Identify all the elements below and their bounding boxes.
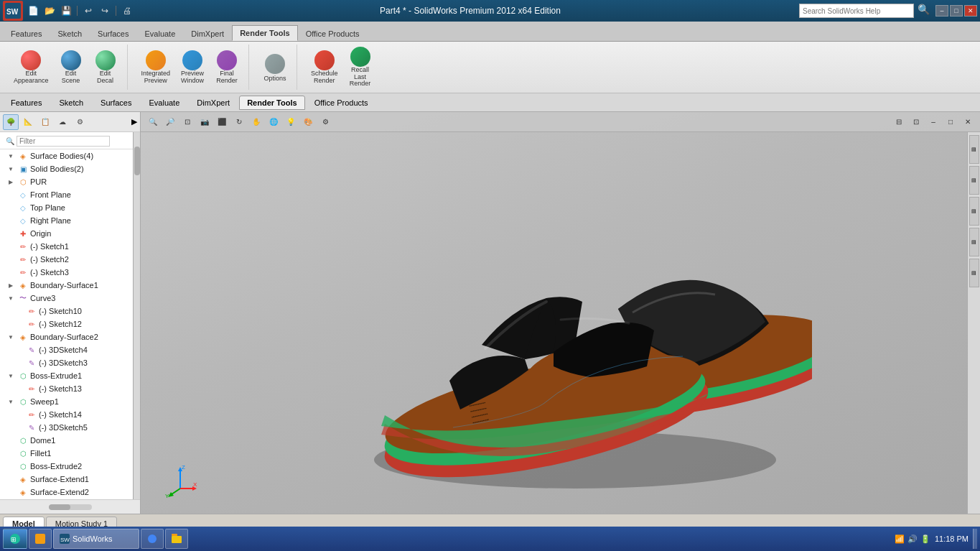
- vp-view[interactable]: 📷: [197, 114, 213, 130]
- tree-scrollbar[interactable]: [133, 132, 140, 499]
- feature-tab-sketch[interactable]: Sketch: [51, 96, 91, 110]
- tree-sketch14[interactable]: ✏ (-) Sketch14: [0, 408, 140, 421]
- tree-hscroll[interactable]: [49, 504, 92, 510]
- viewport[interactable]: 🔍 🔎 ⊡ 📷 ⬛ ↻ ✋ 🌐 💡 🎨 ⚙ ⊟ ⊡ – □ ✕: [141, 112, 980, 514]
- explorer-btn[interactable]: [29, 529, 52, 549]
- tree-3dsketch4[interactable]: ✎ (-) 3DSketch4: [0, 343, 140, 356]
- tree-sketch10[interactable]: ✏ (-) Sketch10: [0, 305, 140, 318]
- save-btn[interactable]: 💾: [59, 4, 73, 18]
- coswhole-btn[interactable]: ☁: [55, 114, 70, 130]
- tree-dome1[interactable]: ⬡ Dome1: [0, 434, 140, 447]
- print-btn[interactable]: 🖨: [120, 4, 134, 18]
- tree-fillet1[interactable]: ⬡ Fillet1: [0, 447, 140, 460]
- vp-min[interactable]: –: [925, 114, 941, 130]
- exp-bs2[interactable]: ▼: [6, 332, 16, 342]
- feature-tab-render[interactable]: Render Tools: [239, 96, 304, 110]
- vp-split-v[interactable]: ⊡: [908, 114, 924, 130]
- display-btn[interactable]: ⚙: [72, 114, 88, 130]
- tree-filter[interactable]: 🔍: [0, 135, 140, 149]
- redo-btn[interactable]: ↪: [98, 4, 112, 18]
- tree-surface-extend1[interactable]: ◈ Surface-Extend1: [0, 473, 140, 486]
- edit-scene-btn[interactable]: EditScene: [55, 48, 87, 87]
- rp-btn1[interactable]: ▤: [969, 135, 979, 164]
- property-btn[interactable]: 📐: [20, 114, 36, 130]
- tree-surface-extend2[interactable]: ◈ Surface-Extend2: [0, 486, 140, 499]
- tab-render-tools[interactable]: Render Tools: [232, 25, 297, 41]
- integrated-preview-btn[interactable]: IntegratedPreview: [138, 48, 174, 87]
- exp-bs1[interactable]: ▶: [6, 280, 16, 290]
- open-btn[interactable]: 📂: [42, 4, 57, 18]
- feature-tab-features[interactable]: Features: [3, 96, 50, 110]
- tree-solid-bodies[interactable]: ▼ ▣ Solid Bodies(2): [0, 162, 140, 175]
- tree-right-plane[interactable]: ◇ Right Plane: [0, 214, 140, 227]
- vp-max[interactable]: □: [943, 114, 958, 130]
- tree-3dsketch5[interactable]: ✎ (-) 3DSketch5: [0, 421, 140, 434]
- vp-settings[interactable]: ⚙: [317, 114, 333, 130]
- exp-curve3[interactable]: ▼: [6, 293, 16, 303]
- tree-sketch12[interactable]: ✏ (-) Sketch12: [0, 318, 140, 330]
- rp-btn4[interactable]: ▤: [969, 228, 979, 256]
- tab-surfaces[interactable]: Surfaces: [90, 26, 136, 41]
- rp-btn3[interactable]: ▤: [969, 197, 979, 226]
- vp-display[interactable]: 🌐: [266, 114, 281, 130]
- tree-sweep1[interactable]: ▼ ⬡ Sweep1: [0, 395, 140, 408]
- tab-dimxpert[interactable]: DimXpert: [183, 26, 232, 41]
- tree-top-plane[interactable]: ◇ Top Plane: [0, 201, 140, 214]
- feature-tab-dimxpert[interactable]: DimXpert: [189, 96, 238, 110]
- tab-sketch[interactable]: Sketch: [50, 26, 90, 41]
- search-input[interactable]: [799, 4, 914, 18]
- tree-curve3[interactable]: ▼ 〜 Curve3: [0, 292, 140, 305]
- vp-section[interactable]: ⬛: [214, 114, 230, 130]
- new-btn[interactable]: 📄: [26, 4, 40, 18]
- vp-pan[interactable]: ✋: [248, 114, 264, 130]
- tree-plane1[interactable]: ◇ Plane1: [0, 499, 140, 499]
- tree-boundary-surface1[interactable]: ▶ ◈ Boundary-Surface1: [0, 279, 140, 292]
- exp-be1[interactable]: ▼: [6, 371, 16, 381]
- undo-btn[interactable]: ↩: [81, 4, 95, 18]
- tree-origin[interactable]: ✚ Origin: [0, 227, 140, 240]
- feature-tree-btn[interactable]: 🌳: [3, 114, 19, 130]
- vp-split-h[interactable]: ⊟: [891, 114, 907, 130]
- tree-scrollthumb[interactable]: [134, 147, 140, 175]
- vp-close[interactable]: ✕: [960, 114, 976, 130]
- collapse-btn[interactable]: ▶: [131, 117, 137, 126]
- final-render-btn[interactable]: FinalRender: [211, 48, 243, 87]
- config-btn[interactable]: 📋: [37, 114, 53, 130]
- tab-features[interactable]: Features: [3, 26, 50, 41]
- tree-boundary-surface2[interactable]: ▼ ◈ Boundary-Surface2: [0, 330, 140, 343]
- tree-boss-extrude2[interactable]: ⬡ Boss-Extrude2: [0, 460, 140, 473]
- tree-surface-bodies[interactable]: ▼ ◈ Surface Bodies(4): [0, 149, 140, 162]
- solidworks-taskbtn[interactable]: SW SolidWorks: [53, 529, 139, 549]
- expand-surface-bodies[interactable]: ▼: [6, 151, 16, 161]
- folder-btn[interactable]: [165, 529, 188, 549]
- schedule-render-btn[interactable]: ScheduleRender: [307, 48, 342, 87]
- feature-tab-surfaces[interactable]: Surfaces: [93, 96, 139, 110]
- tree-filter-input[interactable]: [17, 136, 110, 147]
- expand-pur[interactable]: ▶: [6, 177, 16, 187]
- recall-render-btn[interactable]: RecallLastRender: [345, 48, 376, 87]
- tree-sketch3[interactable]: ✏ (-) Sketch3: [0, 266, 140, 279]
- exp-sweep1[interactable]: ▼: [6, 397, 16, 407]
- start-button[interactable]: ⊞: [3, 529, 27, 549]
- tab-office-products[interactable]: Office Products: [298, 26, 368, 41]
- tab-evaluate[interactable]: Evaluate: [136, 26, 183, 41]
- edit-decal-btn[interactable]: EditDecal: [90, 48, 121, 87]
- tree-front-plane[interactable]: ◇ Front Plane: [0, 188, 140, 201]
- vp-rotate[interactable]: ↻: [231, 114, 247, 130]
- vp-fit[interactable]: ⊡: [179, 114, 195, 130]
- rp-btn2[interactable]: ▤: [969, 166, 979, 195]
- preview-window-btn[interactable]: PreviewWindow: [177, 48, 208, 87]
- vp-lights[interactable]: 💡: [283, 114, 299, 130]
- tree-sketch2[interactable]: ✏ (-) Sketch2: [0, 253, 140, 266]
- restore-btn[interactable]: □: [950, 5, 963, 17]
- edit-appearance-btn[interactable]: EditAppearance: [10, 48, 52, 87]
- chrome-btn[interactable]: [141, 529, 164, 549]
- tree-3dsketch3[interactable]: ✎ (-) 3DSketch3: [0, 356, 140, 369]
- minimize-btn[interactable]: –: [935, 5, 948, 17]
- feature-tab-office[interactable]: Office Products: [307, 96, 376, 110]
- tree-sketch13[interactable]: ✏ (-) Sketch13: [0, 382, 140, 395]
- options-btn[interactable]: Options: [259, 48, 291, 87]
- close-btn[interactable]: ✕: [964, 5, 977, 17]
- vp-appearance[interactable]: 🎨: [300, 114, 316, 130]
- feature-tab-evaluate[interactable]: Evaluate: [141, 96, 187, 110]
